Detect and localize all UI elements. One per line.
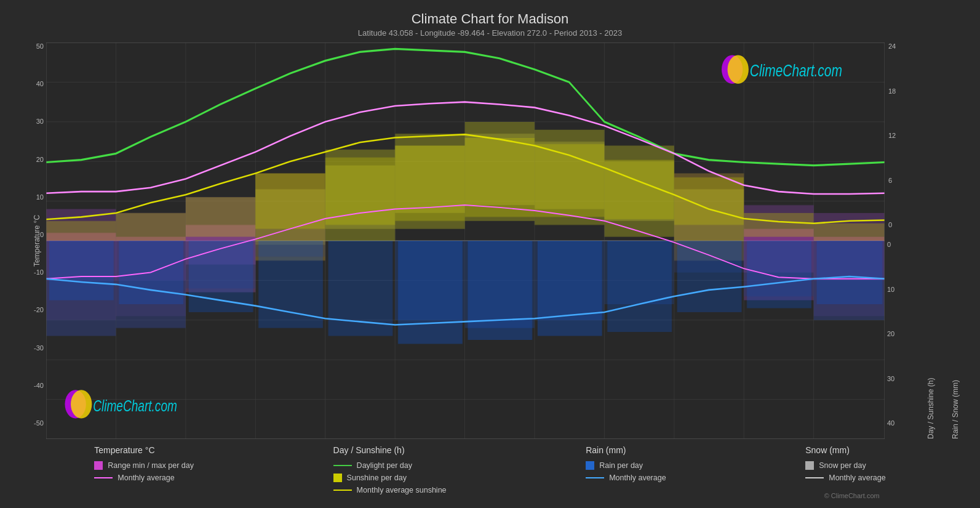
legend-temp-avg-line — [94, 477, 113, 478]
legend-snow-avg-label: Monthly average — [829, 474, 885, 482]
svg-rect-61 — [49, 241, 114, 300]
svg-rect-74 — [116, 213, 185, 241]
legend-sunshine-avg-label: Monthly average sunshine — [357, 486, 447, 494]
legend-temp-range: Range min / max per day — [94, 461, 194, 470]
legend-snow-title: Snow (mm) — [805, 445, 885, 455]
svg-rect-64 — [258, 241, 323, 328]
legend-temperature: Temperature °C Range min / max per day M… — [94, 445, 194, 499]
y-axis-right1: 24 18 12 6 0 — [885, 42, 915, 241]
svg-rect-82 — [674, 177, 744, 225]
y-axis-right2-label: Rain / Snow (mm) — [951, 42, 960, 439]
svg-rect-79 — [465, 138, 535, 217]
svg-point-86 — [728, 55, 749, 84]
svg-text:ClimeChart.com: ClimeChart.com — [93, 397, 177, 415]
legend-daylight-line — [333, 465, 352, 466]
copyright: © ClimeChart.com — [805, 492, 885, 499]
legend-section: Temperature °C Range min / max per day M… — [12, 439, 968, 502]
svg-rect-66 — [398, 241, 463, 344]
svg-rect-84 — [814, 224, 885, 241]
svg-rect-71 — [747, 241, 811, 308]
legend-snow-rect — [805, 461, 814, 470]
legend-snow-avg-line — [805, 477, 824, 478]
chart-svg: ClimeChart.com ClimeChart.com — [46, 42, 885, 439]
svg-rect-63 — [189, 241, 253, 312]
legend-snow-bars: Snow per day — [805, 461, 885, 470]
legend-temp-range-icon — [94, 461, 103, 470]
legend-snow-bar-label: Snow per day — [819, 461, 866, 470]
legend-rain-bar-label: Rain per day — [599, 461, 643, 470]
legend-temperature-title: Temperature °C — [94, 445, 194, 455]
legend-sunshine-bar-label: Sunshine per day — [347, 474, 407, 482]
y-axis-right2: 0 10 20 30 40 — [885, 241, 918, 439]
legend-rain-avg-line — [586, 477, 604, 478]
svg-rect-69 — [607, 241, 672, 332]
svg-rect-73 — [46, 221, 116, 241]
legend-sunshine-bars: Sunshine per day — [333, 474, 447, 482]
legend-rain-rect — [586, 461, 594, 470]
svg-rect-76 — [255, 174, 325, 229]
svg-rect-68 — [538, 241, 602, 336]
legend-snow: Snow (mm) Snow per day Monthly average ©… — [805, 445, 885, 499]
svg-rect-75 — [186, 197, 255, 236]
legend-rain-title: Rain (mm) — [586, 445, 666, 455]
title-section: Climate Chart for Madison Latitude 43.05… — [12, 6, 968, 40]
chart-canvas: ClimeChart.com ClimeChart.com Jan Feb Ma… — [46, 42, 885, 439]
y-axis-left-label: Temperature °C — [33, 215, 41, 267]
legend-snow-avg: Monthly average — [805, 474, 885, 482]
legend-daylight: Daylight per day — [333, 461, 447, 470]
legend-temp-avg-label: Monthly average — [118, 474, 174, 482]
svg-rect-78 — [395, 145, 464, 220]
legend-temp-avg: Monthly average — [94, 474, 194, 482]
y-axis-right1-label: Day / Sunshine (h) — [926, 42, 935, 439]
chart-title: Climate Chart for Madison — [12, 11, 968, 27]
legend-rain-avg: Monthly average — [586, 474, 666, 482]
svg-point-89 — [71, 390, 92, 418]
main-container: Climate Chart for Madison Latitude 43.05… — [0, 0, 980, 508]
svg-rect-70 — [677, 241, 742, 312]
svg-rect-83 — [744, 213, 813, 237]
legend-rain-bars: Rain per day — [586, 461, 666, 470]
legend-sunshine-title: Day / Sunshine (h) — [333, 445, 447, 455]
legend-sunshine: Day / Sunshine (h) Daylight per day Suns… — [333, 445, 447, 499]
legend-sunshine-avg-line — [333, 490, 352, 491]
legend-rain: Rain (mm) Rain per day Monthly average — [586, 445, 666, 499]
svg-rect-72 — [816, 241, 882, 304]
legend-sunshine-rect — [333, 474, 342, 482]
svg-text:ClimeChart.com: ClimeChart.com — [750, 60, 842, 80]
svg-rect-81 — [604, 160, 674, 220]
svg-rect-77 — [325, 158, 395, 225]
legend-daylight-label: Daylight per day — [357, 461, 412, 470]
svg-rect-67 — [468, 241, 532, 340]
chart-subtitle: Latitude 43.058 - Longitude -89.464 - El… — [12, 28, 968, 38]
legend-temp-range-label: Range min / max per day — [108, 461, 194, 470]
legend-sunshine-avg: Monthly average sunshine — [333, 486, 447, 494]
legend-rain-avg-label: Monthly average — [609, 474, 666, 482]
